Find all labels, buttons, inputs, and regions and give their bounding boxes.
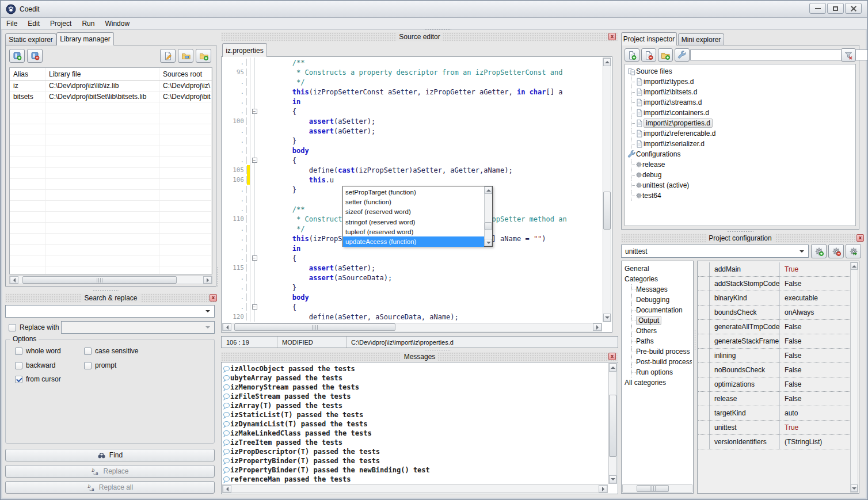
messages-vscrollbar[interactable] — [608, 363, 617, 484]
message-item[interactable]: izPropDescriptor(T) passed the tests — [223, 447, 608, 456]
tree-item-source-file[interactable]: import\iz\streams.d — [627, 97, 855, 108]
messages-panel[interactable]: izAllocObject passed the testsubyteArray… — [221, 362, 618, 494]
tree-item-source-file[interactable]: import\iz\types.d — [627, 77, 855, 87]
add-library-folder-button[interactable] — [196, 49, 211, 63]
property-value[interactable]: False — [780, 349, 850, 362]
tree-item-source-file[interactable]: import\iz\referencable.d — [627, 128, 855, 139]
property-row[interactable]: addStackStompCodeFalse — [698, 277, 850, 291]
fold-gutter[interactable]: − — [250, 302, 259, 312]
minimize-button[interactable] — [809, 3, 826, 14]
add-folder-button[interactable] — [658, 48, 673, 62]
fold-gutter[interactable]: − — [250, 253, 259, 263]
messages-hscrollbar[interactable] — [222, 484, 608, 493]
run-configuration-button[interactable] — [846, 244, 861, 258]
option-backward[interactable]: backward — [15, 361, 55, 369]
editor-hscrollbar[interactable] — [222, 323, 602, 331]
case-sensitive-checkbox[interactable] — [84, 348, 92, 355]
property-row[interactable]: versionIdentifiers(TStringList) — [698, 435, 850, 449]
property-row[interactable]: optimizationsFalse — [698, 377, 850, 392]
library-table[interactable]: AliasLibrary fileSources rootizC:\Dev\dp… — [9, 67, 212, 274]
code-line[interactable]: . in — [222, 97, 603, 106]
backward-checkbox[interactable] — [15, 362, 22, 369]
message-item[interactable]: izTreeItem passed the tests — [223, 438, 608, 447]
replace-button[interactable]: baReplace — [5, 465, 215, 478]
restore-button[interactable] — [827, 3, 844, 14]
from-cursor-checkbox[interactable] — [15, 376, 22, 383]
property-value[interactable]: False — [780, 277, 850, 291]
code-line[interactable]: 105 define(cast(izPropSetter)aSetter, aG… — [222, 165, 603, 175]
menu-window[interactable]: Window — [100, 18, 135, 29]
code-line[interactable]: 95 * Constructs a property descriptor fr… — [222, 67, 603, 77]
tree-root-source-files[interactable]: Source files — [627, 66, 855, 77]
tree-root-configurations[interactable]: Configurations — [627, 149, 855, 159]
property-value[interactable]: onAlways — [780, 306, 850, 319]
category-item[interactable]: Run options — [623, 367, 692, 377]
code-line[interactable]: 106 this.u — [222, 175, 603, 185]
category-item[interactable]: Paths — [623, 336, 692, 346]
code-line[interactable]: .− { — [222, 155, 603, 165]
replace-input[interactable] — [61, 321, 215, 334]
messages-close-button[interactable]: x — [608, 353, 616, 360]
completion-item[interactable]: tupleof (reserved word) — [343, 227, 484, 236]
option-case-sensitive[interactable]: case sensitive — [84, 347, 138, 355]
property-row[interactable]: binaryKindexecutable — [698, 291, 850, 306]
fold-collapse-icon[interactable]: − — [252, 255, 257, 261]
tab-library-manager[interactable]: Library manager — [56, 32, 114, 45]
code-line[interactable]: 100 assert(aSetter); — [222, 116, 603, 126]
property-value[interactable]: True — [780, 421, 850, 434]
menu-file[interactable]: File — [1, 18, 22, 29]
option-whole-word[interactable]: whole word — [15, 347, 61, 355]
code-line[interactable]: . body — [222, 292, 603, 302]
property-value[interactable]: False — [780, 377, 850, 391]
category-root[interactable]: Categories — [623, 274, 692, 284]
search-input[interactable] — [5, 305, 215, 318]
category-item[interactable]: Post-build process — [623, 357, 692, 367]
tree-item-source-file[interactable]: import\iz\properties.d — [627, 118, 855, 128]
category-item[interactable]: Pre-build process — [623, 346, 692, 357]
property-value[interactable]: False — [780, 392, 850, 406]
tree-item-source-file[interactable]: import\iz\containers.d — [627, 108, 855, 118]
property-row[interactable]: inliningFalse — [698, 349, 850, 363]
category-root[interactable]: General — [623, 264, 692, 274]
message-item[interactable]: izFileStream passed the tests — [223, 392, 608, 401]
fold-collapse-icon[interactable]: − — [252, 109, 257, 114]
project-config-close-button[interactable]: x — [856, 234, 864, 242]
close-button[interactable] — [845, 3, 862, 14]
code-line[interactable]: . /** — [222, 58, 603, 67]
menu-project[interactable]: Project — [45, 18, 77, 29]
property-value[interactable]: (TStringList) — [780, 435, 850, 449]
replace-with-option[interactable]: Replace with — [9, 323, 59, 331]
replace-with-checkbox[interactable] — [9, 324, 16, 331]
editor-vscrollbar[interactable] — [603, 58, 611, 322]
search-panel-close-button[interactable]: x — [210, 294, 217, 301]
property-row[interactable]: releaseFalse — [698, 392, 850, 406]
tab-mini-explorer[interactable]: Mini explorer — [678, 33, 724, 45]
message-item[interactable]: izAllocObject passed the tests — [223, 364, 608, 373]
prompt-checkbox[interactable] — [84, 362, 92, 369]
completion-item[interactable]: stringof (reserved word) — [343, 217, 484, 227]
tree-item-configuration[interactable]: test64 — [627, 190, 855, 201]
project-settings-button[interactable] — [675, 48, 690, 62]
code-line[interactable]: 115 assert(aSetter); — [222, 263, 603, 273]
completion-item[interactable]: setPropTarget (function) — [343, 187, 484, 197]
menu-edit[interactable]: Edit — [22, 18, 45, 29]
tab-iz-properties[interactable]: iz.properties — [222, 43, 267, 57]
tab-static-explorer[interactable]: Static explorer — [5, 33, 56, 45]
remove-configuration-button[interactable] — [828, 244, 844, 258]
add-configuration-button[interactable] — [811, 244, 827, 258]
add-library-button[interactable] — [9, 49, 25, 63]
tree-item-source-file[interactable]: import\iz\serializer.d — [627, 139, 855, 149]
code-line[interactable]: . body — [222, 146, 603, 155]
vertical-splitter-handle[interactable] — [217, 266, 219, 287]
code-line[interactable]: . assert(aSourceData); — [222, 273, 603, 283]
add-source-button[interactable] — [625, 48, 639, 62]
property-value[interactable]: executable — [780, 291, 850, 305]
option-prompt[interactable]: prompt — [84, 361, 116, 369]
fold-collapse-icon[interactable]: − — [252, 304, 257, 310]
splitter-handle[interactable] — [425, 29, 451, 31]
completion-item[interactable]: updateAccess (function) — [343, 236, 484, 246]
code-line[interactable]: .− { — [222, 253, 603, 263]
edit-alias-button[interactable] — [160, 49, 176, 63]
property-row[interactable]: noBoundsCheckFalse — [698, 363, 850, 377]
category-item[interactable]: Output — [623, 315, 692, 326]
